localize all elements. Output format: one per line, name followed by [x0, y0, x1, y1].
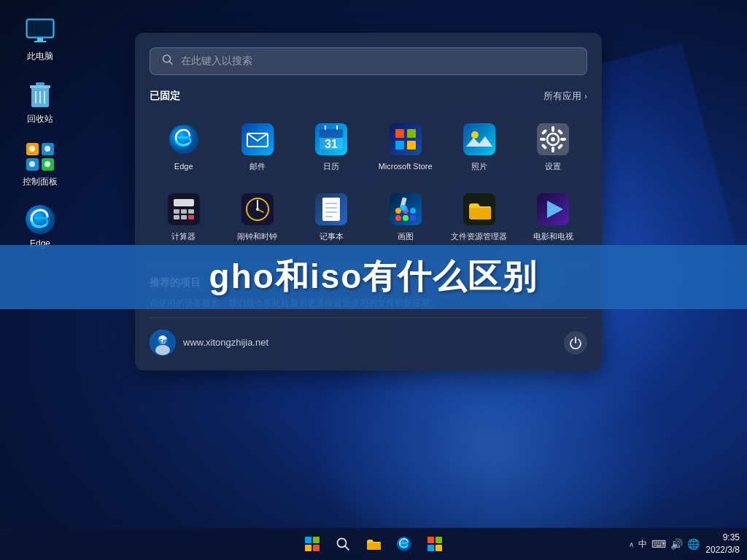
start-menu: 在此键入以搜索 已固定 所有应用 › — [135, 33, 602, 370]
power-button[interactable] — [564, 331, 587, 354]
app-name-edge: Edge — [174, 161, 193, 171]
app-icon-edge — [166, 122, 201, 157]
svg-rect-52 — [188, 209, 194, 214]
app-icon-photos — [462, 122, 497, 157]
desktop-icons: 此电脑 回收站 — [15, 15, 66, 249]
app-clock[interactable]: 闹钟和时钟 — [223, 184, 291, 249]
svg-rect-30 — [390, 123, 422, 155]
app-name-movies: 电影和电视 — [533, 231, 573, 241]
svg-point-15 — [44, 146, 50, 152]
svg-rect-2 — [37, 38, 43, 41]
windows-icon — [304, 536, 320, 552]
app-paint[interactable]: 画图 — [371, 184, 439, 249]
svg-rect-51 — [181, 209, 187, 214]
network-icon[interactable]: 🌐 — [687, 538, 700, 550]
app-icon-mail — [240, 122, 275, 157]
website-label: www.xitongzhijia.net — [183, 337, 268, 348]
app-name-calculator: 计算器 — [171, 231, 196, 241]
app-calendar[interactable]: 31 日历 — [298, 114, 365, 179]
pinned-section-header: 已固定 所有应用 › — [150, 90, 587, 103]
taskbar: ∧ 中 ⌨ 🔊 🌐 9:35 2022/3/8 — [0, 528, 747, 560]
search-icon — [162, 54, 174, 69]
app-store[interactable]: Microsoft Store — [371, 114, 439, 179]
app-name-mail: 邮件 — [249, 161, 266, 171]
svg-rect-55 — [188, 215, 194, 219]
app-icon-calculator — [166, 192, 201, 227]
svg-point-81 — [155, 345, 170, 355]
this-pc-label: 此电脑 — [27, 50, 53, 63]
user-info[interactable]: 系统 www.xitongzhijia.net — [150, 330, 268, 356]
app-icon-notepad — [314, 192, 349, 227]
recycle-bin-label: 回收站 — [27, 113, 53, 125]
svg-rect-86 — [313, 545, 320, 551]
svg-point-69 — [403, 215, 409, 221]
app-name-photos: 照片 — [471, 161, 487, 171]
svg-rect-92 — [427, 545, 434, 551]
time-display: 9:35 — [705, 532, 740, 544]
app-photos[interactable]: 照片 — [445, 114, 513, 179]
svg-point-36 — [471, 131, 479, 139]
svg-rect-53 — [174, 215, 179, 219]
all-apps-button[interactable]: 所有应用 › — [543, 90, 587, 103]
svg-rect-40 — [551, 126, 554, 132]
chevron-right-icon: › — [584, 92, 587, 101]
svg-point-75 — [400, 205, 407, 211]
search-bar[interactable]: 在此键入以搜索 — [150, 47, 587, 75]
svg-rect-26 — [320, 129, 343, 138]
overlay-text: gho和iso有什么区别 — [209, 254, 538, 300]
svg-rect-90 — [427, 537, 434, 543]
svg-line-88 — [345, 546, 349, 550]
taskbar-store[interactable] — [422, 531, 448, 557]
svg-text:31: 31 — [325, 138, 338, 150]
svg-point-17 — [44, 161, 50, 167]
svg-line-20 — [170, 62, 173, 65]
date-display: 2022/3/8 — [705, 544, 740, 556]
svg-rect-91 — [436, 537, 442, 543]
desktop-icon-recycle-bin[interactable]: 回收站 — [15, 77, 66, 125]
desktop-icon-this-pc[interactable]: 此电脑 — [15, 15, 66, 63]
svg-rect-49 — [174, 199, 194, 206]
edge-icon — [24, 203, 57, 236]
taskbar-file-explorer[interactable] — [360, 531, 387, 557]
svg-rect-32 — [407, 129, 416, 138]
input-lang-indicator[interactable]: 中 — [638, 538, 647, 551]
app-icon-paint — [388, 192, 423, 227]
svg-point-68 — [395, 215, 401, 221]
svg-rect-1 — [28, 20, 53, 36]
svg-rect-54 — [181, 215, 187, 219]
app-edge[interactable]: Edge — [150, 114, 217, 179]
control-panel-icon — [24, 140, 57, 173]
pinned-label: 已固定 — [150, 90, 180, 103]
app-settings[interactable]: 设置 — [519, 114, 587, 179]
app-icon-files — [462, 192, 497, 227]
svg-rect-50 — [174, 209, 179, 214]
taskbar-edge[interactable] — [391, 531, 417, 557]
svg-point-14 — [29, 146, 35, 152]
app-icon-clock — [240, 192, 275, 227]
app-grid: Edge — [150, 114, 587, 249]
svg-rect-31 — [395, 129, 404, 138]
taskbar-clock[interactable]: 9:35 2022/3/8 — [705, 532, 740, 556]
svg-rect-62 — [322, 198, 340, 221]
app-name-paint: 画图 — [398, 231, 414, 241]
desktop-icon-edge[interactable]: Edge — [15, 203, 66, 249]
volume-icon[interactable]: 🔊 — [670, 538, 683, 550]
system-tray: ∧ 中 ⌨ 🔊 🌐 — [629, 538, 700, 551]
app-mail[interactable]: 邮件 — [223, 114, 291, 179]
app-calculator[interactable]: 计算器 — [150, 184, 217, 249]
recycle-bin-icon — [24, 77, 57, 110]
taskbar-search-button[interactable] — [330, 531, 356, 557]
start-button[interactable] — [299, 531, 325, 557]
svg-rect-22 — [241, 123, 274, 155]
svg-rect-41 — [551, 147, 554, 152]
svg-rect-3 — [34, 41, 46, 42]
desktop-icon-control-panel[interactable]: 控制面板 — [15, 140, 66, 188]
app-notepad[interactable]: 记事本 — [298, 184, 365, 249]
app-files[interactable]: 文件资源管理器 — [445, 184, 513, 249]
svg-rect-34 — [407, 141, 416, 149]
app-movies[interactable]: 电影和电视 — [519, 184, 587, 249]
keyboard-icon[interactable]: ⌨ — [651, 538, 666, 550]
svg-rect-84 — [313, 537, 320, 543]
monitor-svg — [24, 15, 56, 47]
tray-chevron-icon[interactable]: ∧ — [629, 540, 634, 548]
